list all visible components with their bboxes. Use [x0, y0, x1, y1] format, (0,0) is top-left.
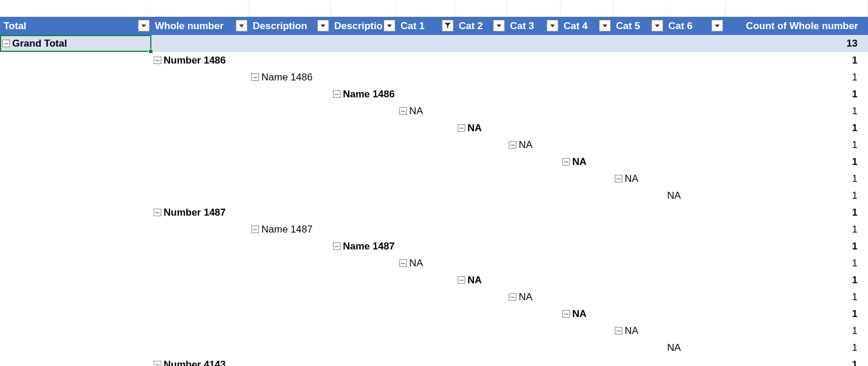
cell-cat5[interactable]	[612, 305, 665, 322]
cell-cat3[interactable]	[506, 255, 560, 272]
cell-cat5[interactable]	[612, 356, 665, 366]
cell-cat6[interactable]	[665, 322, 725, 339]
cell-cat2[interactable]	[455, 170, 506, 187]
collapse-icon[interactable]	[562, 310, 570, 318]
cell-cat1[interactable]	[397, 221, 455, 238]
cell-cat6[interactable]	[665, 153, 725, 170]
cell-cat1[interactable]	[397, 86, 455, 103]
count-cell[interactable]: 1	[725, 86, 862, 103]
filter-dropdown-icon[interactable]	[317, 20, 329, 31]
cell-cat6[interactable]	[665, 103, 725, 119]
cell-cat4[interactable]	[560, 339, 612, 356]
cell-cat3[interactable]	[506, 52, 560, 69]
cell-total[interactable]	[0, 339, 151, 356]
column-header-cat2[interactable]: Cat 2	[455, 17, 506, 34]
collapse-icon[interactable]	[251, 73, 259, 81]
cell-desc1[interactable]	[249, 119, 331, 136]
count-cell[interactable]: 1	[725, 305, 862, 322]
cell-whole[interactable]	[151, 136, 249, 153]
cell-whole[interactable]: Number 4143	[151, 356, 249, 366]
cell-cat6[interactable]	[665, 272, 725, 288]
cell-cat3[interactable]	[506, 86, 560, 103]
cell-cat4[interactable]	[560, 187, 612, 204]
cell-cat2[interactable]	[455, 356, 506, 366]
collapse-icon[interactable]	[154, 361, 161, 366]
cell-cat4[interactable]	[560, 356, 612, 366]
cell-cat4[interactable]	[560, 255, 612, 272]
cell-cat5[interactable]	[612, 153, 665, 170]
column-header-desc1[interactable]: Description	[249, 17, 331, 34]
filter-dropdown-icon[interactable]	[493, 20, 505, 31]
cell-desc2[interactable]	[331, 119, 397, 136]
cell-cat5[interactable]	[612, 238, 665, 255]
cell-whole[interactable]	[151, 153, 249, 170]
count-cell[interactable]: 1	[725, 187, 862, 204]
cell-cat1[interactable]	[397, 322, 455, 339]
cell-desc2[interactable]: Name 1487	[331, 238, 397, 255]
cell-cat4[interactable]	[560, 103, 612, 119]
cell-cat2[interactable]	[455, 153, 506, 170]
cell-desc1[interactable]	[249, 238, 331, 255]
collapse-icon[interactable]	[615, 175, 622, 182]
cell-cat2[interactable]	[455, 288, 506, 305]
cell-cat1[interactable]	[397, 288, 455, 305]
column-header-cat6[interactable]: Cat 6	[665, 17, 725, 34]
cell-whole[interactable]	[151, 339, 249, 356]
cell-cat1[interactable]	[397, 204, 455, 221]
cell-cat5[interactable]: NA	[612, 170, 665, 187]
column-header-cat3[interactable]: Cat 3	[506, 17, 560, 34]
cell-cat5[interactable]	[612, 35, 665, 52]
cell-cat1[interactable]	[397, 35, 455, 52]
cell-cat5[interactable]: NA	[612, 322, 665, 339]
cell-cat1[interactable]	[397, 272, 455, 288]
cell-desc2[interactable]	[331, 255, 397, 272]
cell-cat1[interactable]: NA	[397, 103, 455, 119]
cell-cat3[interactable]	[506, 69, 560, 86]
collapse-icon[interactable]	[333, 242, 341, 250]
cell-cat1[interactable]	[397, 153, 455, 170]
cell-whole[interactable]: Number 1487	[151, 204, 249, 221]
cell-cat2[interactable]	[455, 339, 506, 356]
cell-cat1[interactable]	[397, 119, 455, 136]
collapse-icon[interactable]	[458, 124, 465, 132]
count-cell[interactable]: 13	[725, 35, 862, 52]
count-cell[interactable]: 1	[725, 170, 862, 187]
cell-cat1[interactable]	[397, 305, 455, 322]
cell-cat1[interactable]	[397, 238, 455, 255]
cell-desc2[interactable]	[331, 204, 397, 221]
cell-cat2[interactable]	[455, 103, 506, 119]
filter-active-icon[interactable]	[442, 20, 454, 31]
cell-cat3[interactable]	[506, 322, 560, 339]
cell-desc1[interactable]	[249, 86, 331, 103]
cell-total[interactable]	[0, 136, 151, 153]
cell-desc1[interactable]	[249, 339, 331, 356]
cell-cat4[interactable]	[560, 272, 612, 288]
cell-cat6[interactable]	[665, 305, 725, 322]
cell-whole[interactable]	[151, 69, 249, 86]
cell-desc1[interactable]	[249, 288, 331, 305]
cell-desc2[interactable]: Name 1486	[331, 86, 397, 103]
cell-desc2[interactable]	[331, 356, 397, 366]
cell-desc1[interactable]	[249, 272, 331, 288]
cell-desc2[interactable]	[331, 288, 397, 305]
cell-cat5[interactable]	[612, 52, 665, 69]
filter-dropdown-icon[interactable]	[236, 20, 247, 31]
filter-dropdown-icon[interactable]	[651, 20, 663, 31]
cell-total[interactable]	[0, 86, 151, 103]
cell-cat5[interactable]	[612, 288, 665, 305]
count-cell[interactable]: 1	[725, 204, 862, 221]
cell-desc1[interactable]	[249, 322, 331, 339]
cell-cat6[interactable]	[665, 119, 725, 136]
cell-cat4[interactable]	[560, 136, 612, 153]
cell-cat3[interactable]: NA	[506, 288, 560, 305]
cell-cat2[interactable]: NA	[455, 119, 506, 136]
cell-desc1[interactable]	[249, 255, 331, 272]
cell-cat5[interactable]	[612, 136, 665, 153]
column-header-desc2[interactable]: Descriptio	[331, 17, 397, 34]
cell-cat5[interactable]	[612, 103, 665, 119]
cell-whole[interactable]	[151, 187, 249, 204]
cell-total[interactable]	[0, 69, 151, 86]
cell-cat3[interactable]	[506, 119, 560, 136]
filter-dropdown-icon[interactable]	[711, 20, 723, 31]
cell-cat3[interactable]	[506, 238, 560, 255]
